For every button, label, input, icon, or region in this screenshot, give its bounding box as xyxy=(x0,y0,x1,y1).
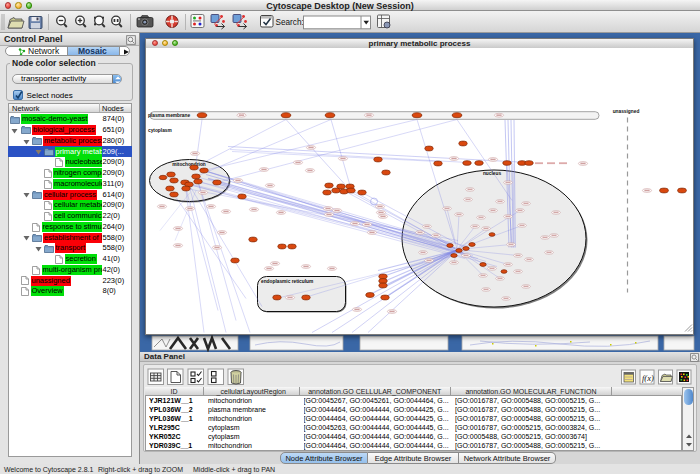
svg-text:nucleus: nucleus xyxy=(483,171,501,176)
svg-text:cytoplasm: cytoplasm xyxy=(148,127,172,132)
svg-text:endoplasmic reticulum: endoplasmic reticulum xyxy=(261,279,313,284)
svg-text:unassigned: unassigned xyxy=(613,108,640,113)
svg-text:f(x): f(x) xyxy=(642,373,654,383)
svg-text:mitochondrion: mitochondrion xyxy=(172,162,206,167)
svg-text:plasma membrane: plasma membrane xyxy=(148,113,190,118)
svg-text:Search:: Search: xyxy=(276,18,304,27)
